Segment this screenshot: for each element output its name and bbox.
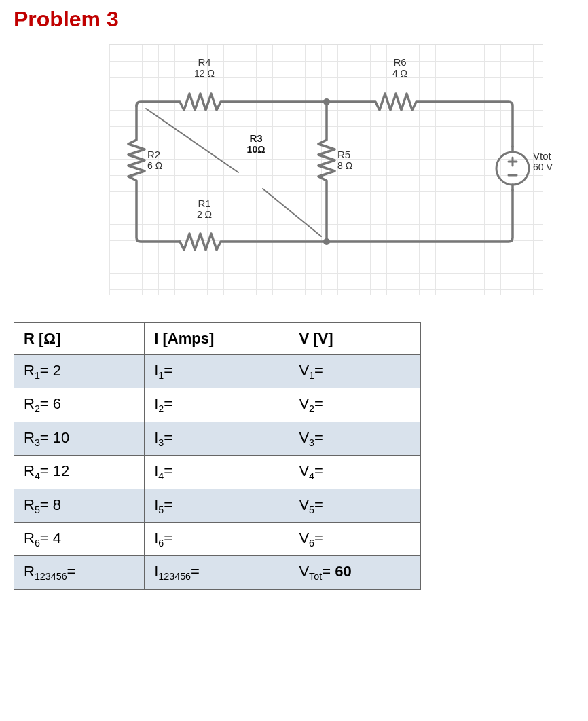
problem-title: Problem 3 [14, 7, 574, 32]
table-row: R3= 10I3= V3= [14, 422, 421, 455]
label-vtot: Vtot 60 V [533, 151, 567, 172]
svg-point-7 [323, 238, 330, 245]
table-cell: I5= [145, 489, 289, 522]
table-cell: R5= 8 [14, 489, 145, 522]
table-cell: V6= [289, 522, 421, 555]
table-row: R4= 12I4= V4= [14, 456, 421, 489]
table-cell: R4= 12 [14, 456, 145, 489]
table-cell: V4= [289, 456, 421, 489]
table-cell: R2= 6 [14, 388, 145, 422]
table-cell: V3= [289, 422, 421, 455]
svg-line-1 [263, 189, 321, 236]
header-r: R [Ω] [14, 323, 145, 355]
svg-point-6 [323, 98, 330, 105]
header-v: V [V] [289, 323, 421, 355]
table-body: R1= 2I1= V1= R2= 6I2= V2= R3= 10I3= V3= … [14, 355, 421, 590]
label-r4: R4 12 Ω [184, 57, 225, 79]
table-row: R1= 2I1= V1= [14, 355, 421, 388]
table-cell: V2= [289, 388, 421, 422]
label-r1: R1 2 Ω [184, 198, 225, 220]
table-cell: V1= [289, 355, 421, 388]
table-cell: I4= [145, 456, 289, 489]
table-cell: R6= 4 [14, 522, 145, 555]
table-row: R6= 4I6= V6= [14, 522, 421, 555]
header-i: I [Amps] [145, 323, 289, 355]
table-row: R5= 8I5= V5= [14, 489, 421, 522]
values-table: R [Ω] I [Amps] V [V] R1= 2I1= V1= R2= 6I… [14, 322, 421, 590]
table-row: R2= 6I2= V2= [14, 388, 421, 422]
table-row: R123456= I123456= VTot= 60 [14, 556, 421, 589]
circuit-diagram: R4 12 Ω R6 4 Ω R2 6 Ω R3 10Ω R5 8 Ω R1 2… [109, 44, 543, 295]
table-cell: R3= 10 [14, 422, 145, 455]
table-cell: R123456= [14, 556, 145, 589]
table-cell: I123456= [145, 556, 289, 589]
label-r6: R6 4 Ω [380, 57, 420, 79]
table-cell: R1= 2 [14, 355, 145, 388]
label-r5: R5 8 Ω [337, 149, 365, 171]
table-cell: I1= [145, 355, 289, 388]
label-r2: R2 6 Ω [147, 149, 174, 171]
table-cell: I2= [145, 388, 289, 422]
label-r3: R3 10Ω [236, 133, 276, 155]
table-cell: I3= [145, 422, 289, 455]
table-cell: VTot= 60 [289, 556, 421, 589]
circuit-svg [109, 45, 544, 296]
table-cell: I6= [145, 522, 289, 555]
table-cell: V5= [289, 489, 421, 522]
